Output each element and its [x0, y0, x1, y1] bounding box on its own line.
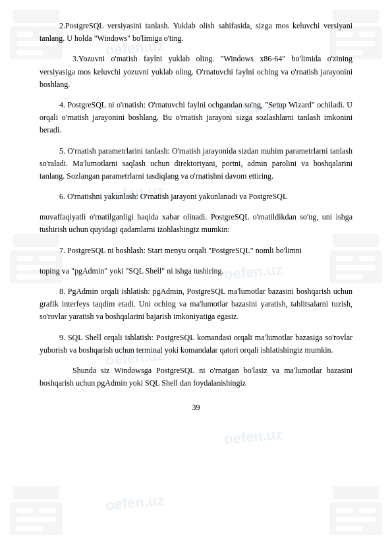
svg-rect-30: [333, 486, 379, 499]
svg-rect-29: [16, 526, 43, 531]
page: oefen.uz oefen.uz oefen.uz oefen.uz oefe…: [0, 0, 392, 555]
paragraph-10: 9. SQL Shell orqali ishlatish: PostgreSQ…: [40, 332, 352, 357]
svg-rect-24: [13, 486, 59, 499]
content: 2.PostgreSQL versiyasini tanlash. Yuklab…: [40, 20, 352, 413]
svg-rect-27: [40, 508, 56, 513]
paragraph-11: Shunda siz Windowsga PostgreSQL ni o'rna…: [40, 365, 352, 390]
paragraph-6: muvaffaqiyatli o'rnatilganligi haqida xa…: [40, 211, 352, 236]
paragraph-5: 6. O'rnatishni yakunlash: O'rnatish jara…: [40, 190, 352, 203]
svg-rect-26: [16, 508, 33, 513]
svg-rect-28: [16, 517, 56, 522]
watermark-text-7: oefen.uz: [105, 492, 165, 514]
watermark-text-6: oefen.uz: [223, 426, 283, 448]
svg-rect-17: [16, 274, 43, 279]
svg-rect-31: [329, 502, 382, 535]
watermark-icon-botleft: [7, 482, 66, 542]
paragraph-4: 5. O'rnatish parametrlarini tanlash: O'r…: [40, 145, 352, 183]
svg-rect-21: [359, 256, 376, 261]
watermark-icon-botright: [326, 482, 385, 542]
paragraph-8: toping va "pgAdmin" yoki "SQL Shell" ni …: [40, 265, 352, 278]
paragraph-1: 2.PostgreSQL versiyasini tanlash. Yuklab…: [40, 20, 352, 45]
svg-rect-33: [359, 508, 376, 513]
svg-rect-25: [10, 502, 63, 535]
svg-rect-34: [336, 517, 376, 522]
paragraph-7: 7. PostgreSQL ni boshlash: Start menyu o…: [40, 245, 352, 257]
svg-rect-2: [16, 32, 33, 37]
paragraph-3: 4. PostgreSQL ni o'rnatish: O'rnatuvchi …: [40, 99, 352, 137]
svg-rect-9: [359, 32, 376, 37]
paragraph-2: 3.Yozuvni o'matish faylni yuklab oling. …: [40, 53, 352, 91]
svg-rect-5: [16, 50, 43, 55]
paragraph-9: 8. PgAdmin orqali ishlatish: pgAdmin, Po…: [40, 285, 352, 324]
svg-rect-14: [16, 256, 33, 261]
svg-rect-32: [336, 508, 352, 513]
page-number: 39: [40, 403, 352, 413]
svg-rect-35: [336, 526, 362, 531]
